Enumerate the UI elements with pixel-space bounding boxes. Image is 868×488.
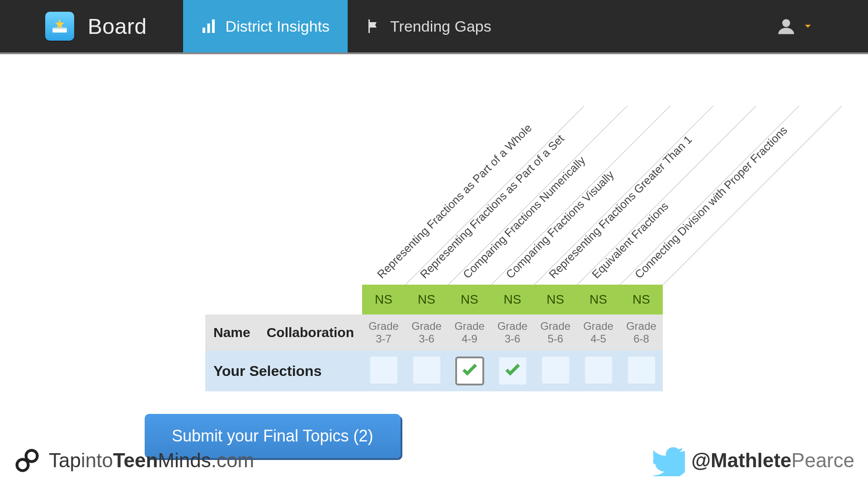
topic-header: Connecting Division with Proper Fraction…	[620, 77, 663, 285]
flag-icon	[366, 18, 382, 34]
header-spacer	[205, 77, 362, 285]
svg-rect-5	[212, 19, 215, 33]
topic-header: Comparing Fractions Visually	[491, 77, 534, 285]
your-selections-row: Your Selections	[205, 351, 663, 391]
footer-left: TapintoTeenMinds.com	[14, 447, 254, 474]
user-icon	[777, 17, 796, 36]
strand-row: NS NS NS NS NS NS NS	[205, 285, 663, 314]
tab-district-insights[interactable]: District Insights	[183, 0, 348, 52]
topic-header-row: Representing Fractions as Part of a Whol…	[205, 77, 663, 285]
grade-cell: Grade3-7	[362, 314, 405, 351]
footer-handle: @MathletePearce	[691, 449, 854, 472]
strand-cell: NS	[577, 285, 620, 314]
selection-cell	[620, 351, 663, 391]
nav-left: Board	[45, 0, 183, 52]
topic-header: Representing Fractions Greater Than 1	[534, 77, 577, 285]
chevron-down-icon	[802, 20, 814, 32]
grade-cell: Grade3-6	[491, 314, 534, 351]
tab-trending-gaps[interactable]: Trending Gaps	[348, 0, 509, 52]
collaboration-col-header: Collaboration	[259, 314, 362, 351]
board-title: Board	[88, 14, 147, 39]
topic-header: Representing Fractions as Part of a Whol…	[362, 77, 405, 285]
selection-cell	[448, 351, 491, 391]
grade-cell: Grade6-8	[620, 314, 663, 351]
strand-cell: NS	[405, 285, 448, 314]
bar-chart-icon	[201, 18, 217, 34]
selection-cell	[362, 351, 405, 391]
svg-point-6	[782, 19, 790, 27]
book-star-icon	[50, 17, 69, 36]
svg-rect-1	[52, 28, 67, 30]
svg-marker-2	[55, 19, 65, 28]
topic-checkbox[interactable]	[628, 357, 655, 384]
topic-checkbox[interactable]	[542, 357, 569, 384]
check-icon	[460, 361, 480, 381]
nav-user-menu[interactable]	[777, 0, 814, 52]
topic-label: Connecting Division with Proper Fraction…	[632, 123, 790, 281]
footer: TapintoTeenMinds.com @MathletePearce	[14, 445, 854, 476]
topic-checkbox[interactable]	[370, 357, 397, 384]
tab-label: Trending Gaps	[390, 18, 491, 35]
topic-grid-wrap: Representing Fractions as Part of a Whol…	[205, 77, 663, 391]
selection-cell	[534, 351, 577, 391]
top-nav: Board District Insights Trending Gaps	[0, 0, 868, 54]
name-col-header: Name	[205, 314, 259, 351]
strand-cell: NS	[491, 285, 534, 314]
topic-header: Comparing Fractions Numerically	[448, 77, 491, 285]
strand-cell: NS	[620, 285, 663, 314]
twitter-bird-icon	[653, 445, 685, 476]
svg-rect-4	[207, 23, 210, 33]
topic-header: Representing Fractions as Part of a Set	[405, 77, 448, 285]
grade-cell: Grade4-9	[448, 314, 491, 351]
topic-header: Equivalent Fractions	[577, 77, 620, 285]
topic-checkbox[interactable]	[499, 357, 526, 385]
footer-site: TapintoTeenMinds.com	[49, 449, 254, 472]
your-selections-label: Your Selections	[205, 351, 362, 391]
strand-cell: NS	[534, 285, 577, 314]
strand-cell: NS	[448, 285, 491, 314]
grade-row: Name Collaboration Grade3-7 Grade3-6 Gra…	[205, 314, 663, 351]
tab-label: District Insights	[226, 18, 330, 35]
blank-cell	[205, 285, 362, 314]
link-icon	[14, 447, 41, 474]
selection-cell	[405, 351, 448, 391]
svg-rect-3	[203, 28, 205, 33]
grade-cell: Grade4-5	[577, 314, 620, 351]
strand-cell: NS	[362, 285, 405, 314]
nav-tabs: District Insights Trending Gaps	[183, 0, 509, 52]
selection-cell	[577, 351, 620, 391]
grade-cell: Grade3-6	[405, 314, 448, 351]
check-icon	[503, 361, 523, 381]
main-content: Representing Fractions as Part of a Whol…	[0, 54, 868, 458]
topic-checkbox[interactable]	[456, 357, 483, 385]
topic-grid: Representing Fractions as Part of a Whol…	[205, 77, 663, 391]
grade-cell: Grade5-6	[534, 314, 577, 351]
app-logo[interactable]	[45, 12, 74, 41]
footer-right: @MathletePearce	[653, 445, 854, 476]
topic-checkbox[interactable]	[585, 357, 612, 384]
selection-cell	[491, 351, 534, 391]
topic-checkbox[interactable]	[413, 357, 440, 384]
